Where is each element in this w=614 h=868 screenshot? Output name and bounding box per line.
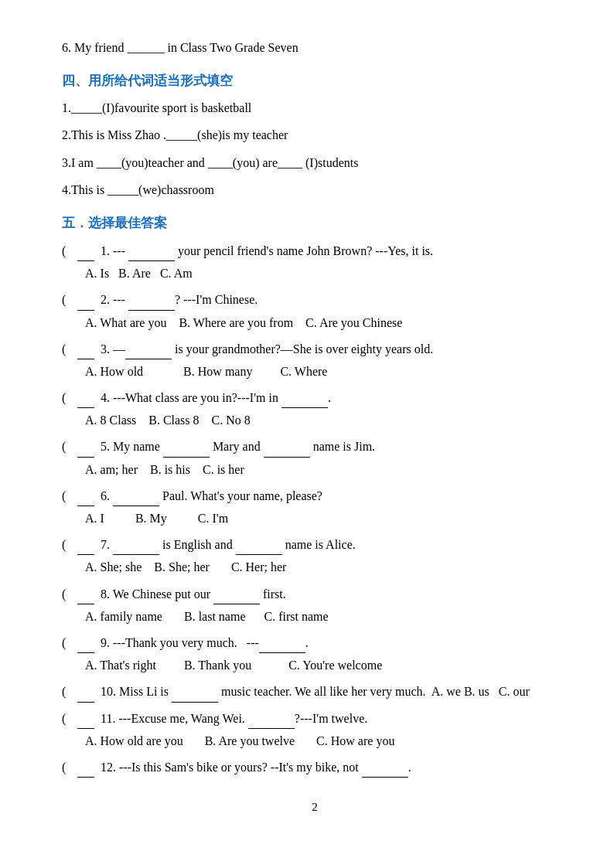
mc-q12: ( 12. ---Is this Sam's bike or yours? --… (62, 756, 568, 778)
page-number: 2 (62, 801, 568, 814)
section4-title: 四、用所给代词适当形式填空 (62, 72, 568, 90)
mc-q7: ( 7. is English and name is Alice. A. Sh… (62, 533, 568, 577)
mc-q1: ( 1. --- your pencil friend's name John … (62, 240, 568, 284)
mc-q10: ( 10. Miss Li is music teacher. We all l… (62, 680, 568, 702)
section5-title: 五．选择最佳答案 (62, 214, 568, 232)
mc-q2: ( 2. --- ? ---I'm Chinese. A. What are y… (62, 288, 568, 332)
mc-q11: ( 11. ---Excuse me, Wang Wei. ?---I'm tw… (62, 707, 568, 751)
mc-q6: ( 6. Paul. What's your name, please? A. … (62, 485, 568, 529)
mc-q3: ( 3. — is your grandmother?—She is over … (62, 338, 568, 382)
section4-q3: 3.I am ____(you)teacher and ____(you) ar… (62, 152, 568, 173)
section4-q4: 4.This is _____(we)chassroom (62, 179, 568, 200)
mc-q8: ( 8. We Chinese put our first. A. family… (62, 583, 568, 627)
section4-q1: 1._____(I)favourite sport is basketball (62, 97, 568, 118)
mc-q4: ( 4. ---What class are you in?---I'm in … (62, 386, 568, 431)
mc-q5: ( 5. My name Mary and name is Jim. A. am… (62, 435, 568, 479)
section3-q6: 6. My friend ______ in Class Two Grade S… (62, 37, 568, 58)
section4-q2: 2.This is Miss Zhao ._____(she)is my tea… (62, 124, 568, 145)
mc-q9: ( 9. ---Thank you very much. ---. A. Tha… (62, 631, 568, 676)
